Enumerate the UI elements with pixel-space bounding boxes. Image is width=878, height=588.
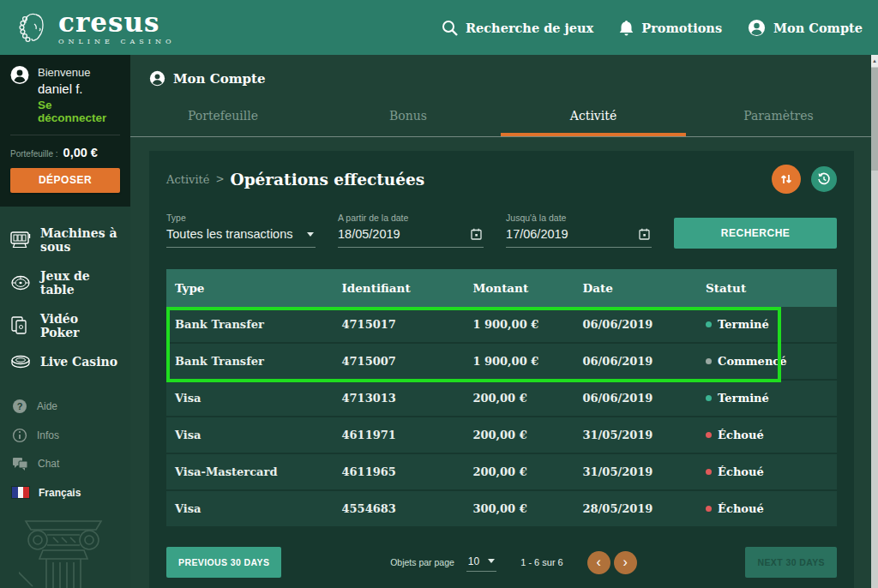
- sidebar-item-label: Machines à sous: [40, 226, 120, 254]
- chevron-down-icon: [307, 232, 314, 237]
- date-to-value: 17/06/2019: [506, 227, 568, 241]
- search-icon: [442, 20, 458, 36]
- info-icon: [12, 428, 27, 443]
- type-filter-value: Toutes les transactions: [166, 227, 293, 241]
- cell-montant: 1 900,00 €: [472, 355, 582, 368]
- search-button[interactable]: RECHERCHE: [674, 218, 837, 249]
- cell-date: 06/06/2019: [583, 355, 707, 368]
- previous-page-button[interactable]: ‹: [587, 551, 610, 574]
- sidebar-item-video-poker[interactable]: Vidéo Poker: [0, 304, 130, 347]
- sidebar-item-aide[interactable]: ? Aide: [0, 392, 130, 421]
- table-row: Bank Transfer47150071 900,00 €06/06/2019…: [166, 344, 837, 379]
- pillar-illustration: [19, 511, 109, 588]
- breadcrumb-parent[interactable]: Activité: [166, 173, 209, 186]
- tab-parametres[interactable]: Paramètres: [686, 100, 871, 136]
- cell-montant: 200,00 €: [472, 392, 582, 405]
- status-label: Terminé: [718, 392, 769, 405]
- up-down-arrows-icon: [779, 172, 793, 186]
- breadcrumb: Activité > Opérations effectuées: [166, 165, 837, 194]
- page-title-row: Mon Compte: [130, 55, 871, 87]
- deposit-button[interactable]: DÉPOSER: [10, 168, 120, 193]
- scrollbar-thumb[interactable]: [871, 68, 878, 171]
- sidebar-item-machines-a-sous[interactable]: Machines à sous: [0, 219, 130, 261]
- date-from-label: A partir de la date: [338, 213, 484, 223]
- table-row: Visa4611971200,00 €31/05/2019Échoué: [166, 417, 837, 453]
- cell-statut: Échoué: [706, 502, 837, 515]
- wallet-value: 0,00 €: [63, 146, 98, 159]
- table-header: Type Identifiant Montant Date Statut: [166, 269, 837, 307]
- bell-icon: [619, 20, 634, 36]
- sidebar-item-label: Live Casino: [40, 355, 117, 369]
- history-clock-icon: [817, 172, 831, 186]
- activity-card: Activité > Opérations effectuées: [149, 151, 854, 588]
- nav-search-label: Recherche de jeux: [466, 21, 593, 35]
- logo-subtitle: ONLINE CASINO: [58, 39, 176, 45]
- type-filter[interactable]: Type Toutes les transactions: [166, 213, 316, 248]
- main-content: Mon Compte Portefeuille Bonus Activité P…: [130, 55, 871, 588]
- sidebar-item-label: Chat: [38, 458, 59, 470]
- column-header-statut: Statut: [706, 281, 837, 295]
- status-dot: [706, 395, 712, 401]
- per-page-select[interactable]: 10: [466, 554, 496, 572]
- nav-promotions[interactable]: Promotions: [619, 20, 722, 36]
- cell-statut: Échoué: [706, 429, 837, 441]
- tab-activite[interactable]: Activité: [501, 100, 686, 136]
- calendar-icon: [471, 228, 482, 240]
- chevron-down-icon: [488, 559, 495, 563]
- nav-search-games[interactable]: Recherche de jeux: [442, 20, 593, 36]
- date-to-field[interactable]: Jusqu'à la date 17/06/2019: [506, 213, 652, 248]
- slot-machine-icon: [10, 231, 31, 249]
- sidebar-item-infos[interactable]: Infos: [0, 421, 130, 450]
- status-label: Échoué: [718, 465, 764, 478]
- cell-identifiant: 4713013: [342, 392, 473, 405]
- sidebar-item-jeux-de-table[interactable]: Jeux de table: [0, 261, 130, 304]
- user-block: Bienvenue daniel f. Se déconnecter Porte…: [0, 55, 130, 207]
- next-30-days-button[interactable]: NEXT 30 DAYS: [745, 547, 837, 578]
- page-scrollbar[interactable]: ▲: [871, 55, 878, 588]
- sidebar-item-label: Infos: [37, 429, 59, 441]
- sidebar-item-chat[interactable]: Chat: [0, 450, 130, 478]
- sidebar-item-label: Jeux de table: [40, 269, 120, 297]
- per-page-label: Objets par page: [390, 557, 454, 567]
- cell-type: Visa-Mastercard: [175, 465, 342, 478]
- top-header: cresus ONLINE CASINO Recherche de jeux P…: [0, 0, 878, 55]
- nav-account[interactable]: Mon Compte: [748, 19, 863, 37]
- cell-date: 31/05/2019: [583, 465, 707, 478]
- next-page-button[interactable]: ›: [614, 551, 637, 574]
- status-dot: [706, 469, 712, 475]
- language-label: Français: [39, 487, 81, 499]
- status-dot: [706, 506, 712, 512]
- sidebar: Bienvenue daniel f. Se déconnecter Porte…: [0, 55, 130, 588]
- page-title: Mon Compte: [173, 71, 266, 87]
- logo[interactable]: cresus ONLINE CASINO: [15, 8, 176, 47]
- tab-bonus[interactable]: Bonus: [316, 100, 501, 136]
- cell-identifiant: 4715017: [342, 318, 473, 331]
- history-button[interactable]: [811, 166, 837, 192]
- username: daniel f.: [38, 81, 120, 96]
- cell-date: 06/06/2019: [583, 318, 707, 331]
- cell-type: Visa: [175, 502, 342, 515]
- scrollbar-up-arrow[interactable]: ▲: [871, 55, 878, 67]
- logout-link[interactable]: Se déconnecter: [38, 99, 120, 124]
- divider: [10, 135, 120, 135]
- status-label: Échoué: [718, 429, 764, 441]
- date-from-field[interactable]: A partir de la date 18/05/2019: [338, 213, 484, 248]
- cell-date: 31/05/2019: [583, 429, 707, 441]
- french-flag-icon: [12, 487, 29, 498]
- sidebar-secondary: ? Aide Infos Chat Françai: [0, 376, 130, 507]
- transactions-table: Type Identifiant Montant Date Statut Ban…: [166, 269, 837, 528]
- column-header-montant: Montant: [472, 281, 582, 295]
- language-selector[interactable]: Français: [0, 478, 130, 507]
- avatar: [10, 65, 29, 85]
- sort-transactions-button[interactable]: [772, 165, 801, 194]
- tab-portefeuille[interactable]: Portefeuille: [130, 100, 316, 136]
- sidebar-item-label: Vidéo Poker: [40, 312, 120, 339]
- filters-row: Type Toutes les transactions A partir de…: [166, 213, 837, 249]
- column-header-identifiant: Identifiant: [342, 281, 473, 295]
- status-dot: [706, 321, 712, 327]
- type-filter-label: Type: [166, 213, 316, 223]
- cell-statut: Commencé: [706, 355, 837, 368]
- roulette-icon: [10, 275, 31, 291]
- sidebar-item-live-casino[interactable]: Live Casino: [0, 347, 130, 376]
- previous-30-days-button[interactable]: PREVIOUS 30 DAYS: [166, 547, 281, 578]
